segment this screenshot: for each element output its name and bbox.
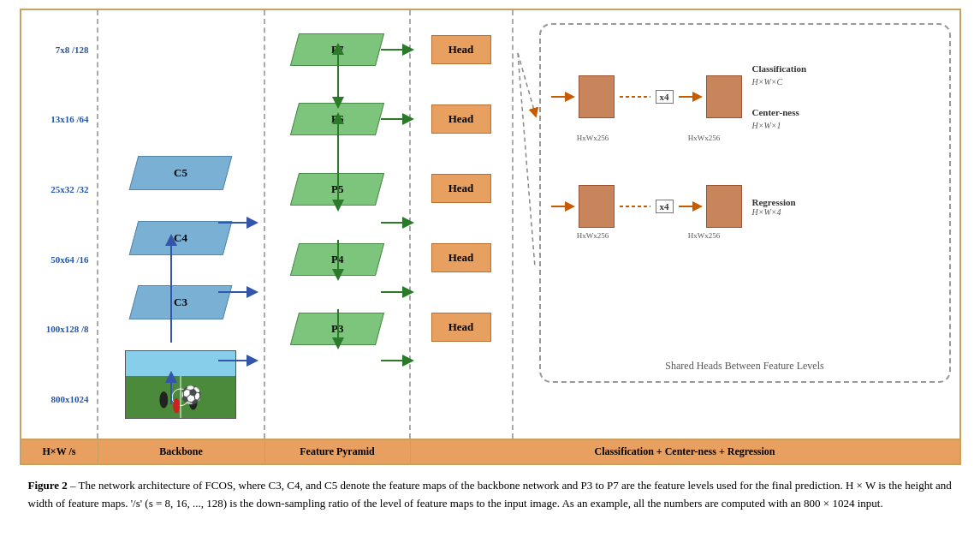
backbone-c3-node: C3 xyxy=(129,285,233,319)
arrow-out-cls xyxy=(677,88,703,105)
arrow-in-cls xyxy=(549,88,575,105)
bottom-bar: H×W /s Backbone Feature Pyramid Classifi… xyxy=(21,439,959,463)
arrow-out-reg xyxy=(677,198,703,215)
head-box-p7: Head xyxy=(431,35,491,64)
head-box-p3: Head xyxy=(431,313,491,342)
fpn-p4-node: P4 xyxy=(289,243,383,276)
detail-reg-row: x4 Regression H×W×4 xyxy=(549,185,941,228)
scale-label-800x1024: 800x1024 xyxy=(26,394,92,404)
svg-point-5 xyxy=(189,393,198,410)
svg-line-14 xyxy=(518,53,535,267)
x4-reg-label: x4 xyxy=(656,200,674,213)
fpn-p5-node: P5 xyxy=(289,173,383,206)
dotted-line-cls xyxy=(618,88,652,105)
bottom-label-heads: Classification + Center-ness + Regressio… xyxy=(411,440,959,463)
bottom-label-scale: H×W /s xyxy=(21,440,98,463)
x4-cls-label: x4 xyxy=(656,90,674,104)
svg-point-6 xyxy=(173,398,180,414)
arrow-in-reg xyxy=(549,198,575,215)
reg-output-labels: Regression H×W×4 xyxy=(752,197,796,217)
head-box-p5: Head xyxy=(431,174,491,203)
caption-text: – The network architecture of FCOS, wher… xyxy=(28,479,952,510)
fpn-p6-node: P6 xyxy=(289,103,383,135)
svg-line-13 xyxy=(518,53,535,113)
scale-label-100x128: 100x128 /8 xyxy=(26,324,92,334)
svg-rect-0 xyxy=(126,351,235,377)
backbone-c5-node: C5 xyxy=(129,156,233,190)
backbone-col: C5 C4 C3 xyxy=(98,10,265,439)
shared-heads-label: Shared Heads Between Feature Levels xyxy=(665,360,823,373)
conv-blocks-cls xyxy=(579,75,615,118)
scale-label-50x64: 50x64 /16 xyxy=(26,254,92,265)
head-box-p4: Head xyxy=(431,243,491,272)
cls-dim-labels: HxWx256 HxWx256 xyxy=(575,134,941,142)
fpn-p3-node: P3 xyxy=(289,313,383,345)
detail-col: x4 Classification H×W×C xyxy=(514,10,959,439)
input-image xyxy=(125,350,236,419)
svg-point-4 xyxy=(159,391,168,409)
scale-label-13x16: 13x16 /64 xyxy=(26,114,92,124)
dotted-line-reg xyxy=(618,198,652,215)
backbone-c4-node: C4 xyxy=(129,221,233,255)
scale-label-25x32: 25x32 /32 xyxy=(26,184,92,194)
scale-label-7x8: 7x8 /128 xyxy=(26,45,92,55)
fpn-p7-node: P7 xyxy=(289,33,383,66)
caption-bold: Figure 2 xyxy=(28,479,68,492)
bottom-label-backbone: Backbone xyxy=(98,440,265,463)
fpn-col: P7 P6 P5 P4 P3 xyxy=(265,10,411,439)
head-col: Head Head Head Head Head xyxy=(411,10,514,439)
bottom-label-fpn: Feature Pyramid xyxy=(265,440,411,463)
head-box-p6: Head xyxy=(431,104,491,134)
detail-cls-row: x4 Classification H×W×C xyxy=(549,63,941,130)
scale-labels-col: 7x8 /128 13x16 /64 25x32 /32 50x64 /16 1… xyxy=(21,10,98,439)
cls-output-labels: Classification H×W×C Center-ness H×W×1 xyxy=(752,63,807,130)
reg-dim-labels: HxWx256 HxWx256 xyxy=(575,231,941,240)
diagram-container: 7x8 /128 13x16 /64 25x32 /32 50x64 /16 1… xyxy=(20,9,961,513)
caption-area: Figure 2 – The network architecture of F… xyxy=(20,477,961,513)
